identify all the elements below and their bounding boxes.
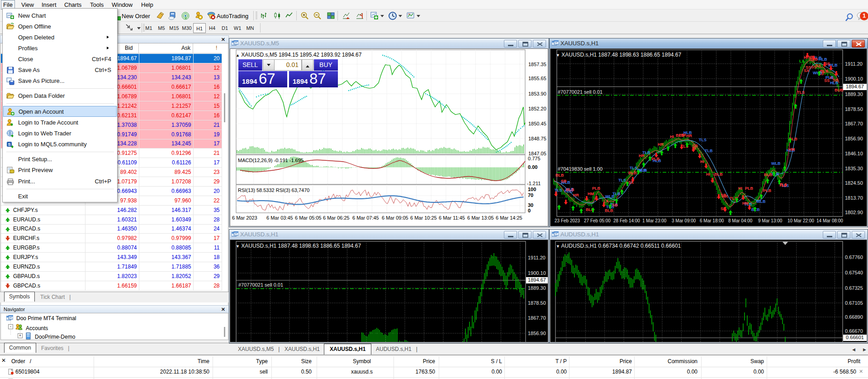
svg-text:1813.70: 1813.70 <box>845 195 863 201</box>
svg-text:#70770021 sell 0.01: #70770021 sell 0.01 <box>238 282 283 288</box>
svg-text:1911.20: 1911.20 <box>845 61 863 67</box>
svg-text:PLB: PLB <box>763 188 772 193</box>
svg-text:WLB: WLB <box>756 199 766 204</box>
svg-text:BLB: BLB <box>566 187 574 192</box>
svg-text:HI: HI <box>670 134 674 139</box>
svg-text:1802.90: 1802.90 <box>845 210 863 215</box>
svg-text:6 Mar 07:45: 6 Mar 07:45 <box>352 215 379 221</box>
svg-text:HR: HR <box>658 142 664 147</box>
svg-text:1889.30: 1889.30 <box>845 91 863 97</box>
svg-text:6 Mar 10:25: 6 Mar 10:25 <box>410 215 437 221</box>
svg-text:1878.50: 1878.50 <box>528 300 546 306</box>
svg-text:1853.90: 1853.90 <box>528 91 546 96</box>
svg-text:HI: HI <box>738 186 742 191</box>
svg-text:PLB: PLB <box>745 186 754 191</box>
svg-text:23 Feb 2023: 23 Feb 2023 <box>555 218 580 223</box>
svg-text:30: 30 <box>528 202 533 208</box>
svg-text:SB: SB <box>612 203 618 207</box>
svg-text:BLB: BLB <box>714 172 723 177</box>
svg-text:1900.10: 1900.10 <box>528 270 546 276</box>
svg-text:-1.211: -1.211 <box>527 181 541 186</box>
svg-text:6 Mar 2023: 6 Mar 2023 <box>232 215 257 221</box>
svg-text:6 Mar 06:25: 6 Mar 06:25 <box>323 215 350 221</box>
svg-text:1867.70: 1867.70 <box>845 121 863 126</box>
svg-text:1835.30: 1835.30 <box>845 166 863 171</box>
svg-text:0.66890: 0.66890 <box>845 314 863 320</box>
svg-text:6 Mar 14:25: 6 Mar 14:25 <box>496 215 522 221</box>
svg-text:HM: HM <box>588 192 594 196</box>
svg-text:SB: SB <box>561 179 567 183</box>
svg-text:TLS: TLS <box>797 90 805 95</box>
svg-text:0.67105: 0.67105 <box>845 300 863 306</box>
svg-text:0.66670: 0.66670 <box>845 328 863 334</box>
svg-text:1848.75: 1848.75 <box>528 136 546 141</box>
svg-text:HI: HI <box>706 172 710 177</box>
svg-text:TLB: TLB <box>705 149 713 153</box>
svg-text:TLB: TLB <box>612 192 621 196</box>
svg-text:TLB: TLB <box>642 150 650 155</box>
svg-text:PLB: PLB <box>592 186 601 191</box>
svg-text:1856.90: 1856.90 <box>845 136 863 141</box>
svg-text:S: S <box>8 142 11 147</box>
svg-text:PLB: PLB <box>651 157 660 161</box>
svg-text:#70419830 sell 1.00: #70419830 sell 1.00 <box>558 166 602 172</box>
svg-text:1900.10: 1900.10 <box>845 76 863 82</box>
svg-text:0.67760: 0.67760 <box>845 254 863 260</box>
svg-text:10 Mar 22:00: 10 Mar 22:00 <box>787 218 814 223</box>
svg-text:TLS: TLS <box>618 178 626 182</box>
svg-text:1867.70: 1867.70 <box>528 315 546 321</box>
svg-text:HR: HR <box>722 194 728 199</box>
svg-text:6 Mar 05:05: 6 Mar 05:05 <box>295 215 322 221</box>
svg-text:6 Mar 09:05: 6 Mar 09:05 <box>382 215 408 221</box>
svg-text:9 Mar 13:00: 9 Mar 13:00 <box>758 218 783 223</box>
svg-text:14 Mar 08:00: 14 Mar 08:00 <box>816 218 843 223</box>
svg-text:TLS: TLS <box>630 166 637 170</box>
svg-text:0: 0 <box>528 208 531 213</box>
svg-text:1856.90: 1856.90 <box>528 331 546 336</box>
svg-text:SS: SS <box>806 65 811 70</box>
svg-text:1855.65: 1855.65 <box>528 76 546 81</box>
svg-text:1852.20: 1852.20 <box>528 106 546 111</box>
svg-text:1850.45: 1850.45 <box>528 121 546 126</box>
svg-text:70: 70 <box>528 192 533 198</box>
svg-text:0.67540: 0.67540 <box>845 270 863 275</box>
svg-text:BLB: BLB <box>555 173 564 178</box>
svg-text:6 Mar 11:45: 6 Mar 11:45 <box>439 215 465 221</box>
svg-text:HLB: HLB <box>830 81 839 85</box>
svg-text:0.67325: 0.67325 <box>845 285 863 291</box>
svg-text:HM: HM <box>742 201 749 206</box>
svg-text:1846.10: 1846.10 <box>845 151 863 156</box>
svg-text:BUB: BUB <box>835 88 844 92</box>
svg-text:PLB: PLB <box>825 75 834 80</box>
svg-text:1 Mar 23:00: 1 Mar 23:00 <box>642 218 667 223</box>
svg-text:0.00: 0.00 <box>528 164 537 170</box>
svg-text:0.775: 0.775 <box>528 156 541 161</box>
svg-text:6 Mar 03:45: 6 Mar 03:45 <box>266 215 293 221</box>
svg-text:6 Mar 18:00: 6 Mar 18:00 <box>700 218 724 223</box>
svg-text:HM: HM <box>788 147 795 152</box>
svg-text:TLS: TLS <box>699 138 707 142</box>
svg-text:6 Mar 13:05: 6 Mar 13:05 <box>467 215 494 221</box>
svg-text:MACD(12,26,9) -0.191 -1.695: MACD(12,26,9) -0.191 -1.695 <box>238 158 304 163</box>
svg-text:WLB: WLB <box>771 161 781 166</box>
svg-text:1824.50: 1824.50 <box>845 180 863 186</box>
svg-text:TLB: TLB <box>771 172 779 176</box>
svg-text:BLB: BLB <box>628 171 637 175</box>
svg-text:HLB: HLB <box>819 57 827 62</box>
svg-text:100: 100 <box>528 187 536 192</box>
svg-text:HR: HR <box>573 193 579 197</box>
svg-text:1857.35: 1857.35 <box>528 62 546 67</box>
svg-text:HI: HI <box>700 159 704 164</box>
svg-text:HLB: HLB <box>683 130 692 135</box>
svg-text:8 Mar 04:00: 8 Mar 04:00 <box>728 218 753 223</box>
svg-text:3 Mar 09:00: 3 Mar 09:00 <box>672 218 696 223</box>
svg-text:1911.20: 1911.20 <box>528 255 545 260</box>
svg-text:1889.30: 1889.30 <box>528 285 546 291</box>
svg-text:SX: SX <box>816 63 821 68</box>
svg-text:27 Feb 05:00: 27 Feb 05:00 <box>584 218 611 223</box>
svg-text:#70770021 sell 0.01: #70770021 sell 0.01 <box>558 89 602 95</box>
svg-text:RSI(13) 58.5332 RSI(3) 63,747: RSI(13) 58.5332 RSI(3) 63,7470 <box>238 187 309 193</box>
svg-text:BLB: BLB <box>605 208 613 213</box>
svg-text:28 Feb 14:00: 28 Feb 14:00 <box>613 218 640 223</box>
svg-text:1878.50: 1878.50 <box>845 106 863 112</box>
